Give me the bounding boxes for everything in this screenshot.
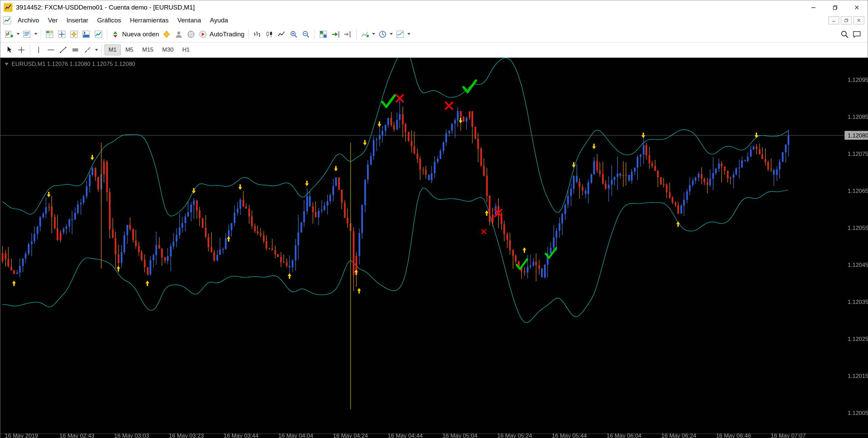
mdi-restore-button[interactable] (841, 16, 852, 24)
market-watch-icon (45, 30, 54, 39)
profiles-dropdown[interactable] (33, 28, 38, 41)
community-button[interactable] (185, 28, 197, 41)
profiles-button[interactable] (21, 28, 33, 41)
menu-ver[interactable]: Ver (43, 15, 62, 25)
restore-icon (832, 5, 838, 10)
timeframe-m15-button[interactable]: M15 (138, 44, 157, 55)
terminal-button[interactable] (80, 28, 92, 41)
window-controls (803, 0, 868, 15)
line-chart-icon (277, 30, 286, 39)
indicators-icon (361, 30, 369, 39)
toolbar-separator (41, 29, 41, 39)
market-watch-button[interactable] (43, 28, 56, 41)
indicators-button[interactable] (359, 28, 371, 41)
strategy-tester-button[interactable] (92, 28, 104, 41)
shapes-dropdown[interactable] (94, 43, 99, 56)
periods-button[interactable] (377, 28, 389, 41)
experts-button[interactable] (173, 28, 185, 41)
auto-scroll-button[interactable] (329, 28, 342, 41)
zoom-out-icon (302, 30, 310, 39)
close-icon (854, 5, 860, 10)
chevron-down-icon (390, 33, 393, 35)
candlestick-chart-button[interactable] (263, 28, 275, 41)
one-click-trading-icon[interactable] (4, 62, 9, 66)
new-chart-icon (5, 30, 14, 39)
timeframe-m1-button[interactable]: M1 (104, 44, 121, 55)
close-button[interactable] (846, 0, 868, 15)
tile-windows-button[interactable] (317, 28, 329, 41)
menu-insertar[interactable]: Insertar (62, 15, 93, 25)
mdi-restore-icon (844, 18, 848, 22)
timeframe-h1-button[interactable]: H1 (178, 44, 194, 55)
mdi-minimize-button[interactable] (828, 16, 839, 24)
data-window-button[interactable] (56, 28, 68, 41)
window-title: 3914452: FXCM-USDDemo01 - Cuenta demo - … (16, 4, 195, 11)
mdi-close-button[interactable] (853, 16, 864, 24)
menu-archivo[interactable]: Archivo (13, 15, 43, 25)
timeframe-m5-button[interactable]: M5 (121, 44, 138, 55)
chat-bubble-icon (852, 30, 861, 39)
quote-ohlc-text: EURUSD,M1 1.12076 1.12080 1.12075 1.1208… (12, 61, 135, 68)
profiles-icon (22, 30, 31, 39)
bar-chart-button[interactable] (251, 28, 263, 41)
titlebar: 3914452: FXCM-USDDemo01 - Cuenta demo - … (0, 0, 868, 15)
toolbar-separator (107, 29, 107, 39)
horizontal-line-button[interactable] (45, 43, 57, 56)
zoom-out-button[interactable] (300, 28, 312, 41)
shapes-tool-icon (83, 46, 92, 54)
toolbar-separator (314, 29, 315, 39)
trendline-icon (59, 46, 67, 54)
maximize-button[interactable] (824, 0, 846, 15)
autotrading-button[interactable]: AutoTrading (197, 28, 246, 41)
shapes-button[interactable] (81, 43, 94, 56)
timeframe-m30-button[interactable]: M30 (158, 44, 177, 55)
line-chart-button[interactable] (275, 28, 288, 41)
expert-advisor-icon (174, 30, 183, 39)
mdi-close-icon (857, 18, 861, 22)
menu-ventana[interactable]: Ventana (173, 15, 206, 25)
zoom-in-icon (289, 30, 298, 39)
chevron-down-icon (407, 33, 410, 35)
strategy-tester-icon (94, 30, 103, 39)
menu-graficos[interactable]: Gráficos (93, 15, 126, 25)
chart-shift-button[interactable] (342, 28, 354, 41)
periods-dropdown[interactable] (389, 28, 394, 41)
trendline-button[interactable] (57, 43, 69, 56)
quote-header: EURUSD,M1 1.12076 1.12080 1.12075 1.1208… (4, 61, 135, 68)
crosshair-button[interactable] (15, 43, 27, 56)
data-window-icon (57, 30, 66, 39)
menu-herramientas[interactable]: Herramientas (126, 15, 173, 25)
vertical-line-button[interactable] (33, 43, 45, 56)
metaeditor-button[interactable] (160, 28, 173, 41)
price-chart-canvas[interactable] (0, 58, 868, 438)
templates-button[interactable] (394, 28, 406, 41)
tile-windows-icon (319, 30, 328, 39)
terminal-icon (82, 30, 91, 39)
crosshair-icon (17, 46, 25, 54)
new-chart-dropdown[interactable] (15, 28, 21, 41)
horizontal-line-icon (47, 46, 55, 54)
search-button[interactable] (838, 28, 851, 41)
chart-area: EURUSD,M1 1.12076 1.12080 1.12075 1.1208… (0, 58, 868, 438)
menu-ayuda[interactable]: Ayuda (206, 15, 233, 25)
navigator-button[interactable] (68, 28, 80, 41)
mt4-window: 3914452: FXCM-USDDemo01 - Cuenta demo - … (0, 0, 868, 438)
menubar: Archivo Ver Insertar Gráficos Herramient… (0, 15, 868, 26)
channel-button[interactable] (69, 43, 81, 56)
line-studies-toolbar: M1 M5 M15 M30 H1 (0, 42, 868, 58)
templates-icon (396, 30, 405, 39)
mdi-window-controls (828, 16, 864, 24)
toolbar-separator (30, 45, 30, 55)
new-order-icon (111, 30, 120, 39)
indicators-dropdown[interactable] (371, 28, 377, 41)
new-chart-button[interactable] (3, 28, 15, 41)
autotrading-label: AutoTrading (210, 31, 245, 38)
chevron-down-icon (372, 33, 375, 35)
minimize-button[interactable] (803, 0, 824, 15)
new-order-button[interactable]: Nueva orden (110, 28, 160, 41)
templates-dropdown[interactable] (406, 28, 412, 41)
navigator-icon (70, 30, 78, 39)
zoom-in-button[interactable] (288, 28, 300, 41)
chat-button[interactable] (851, 28, 863, 41)
cursor-button[interactable] (3, 43, 15, 56)
